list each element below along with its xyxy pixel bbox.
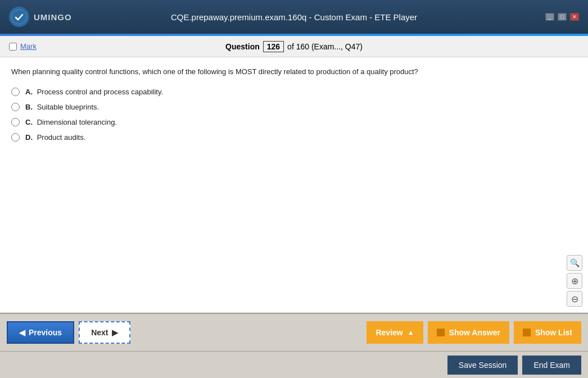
logo-icon [9,7,29,27]
option-item: C. Dimensional tolerancing. [11,118,577,126]
option-key: B. [25,103,33,111]
show-answer-icon [437,329,445,336]
option-key: C. [25,118,33,126]
question-header: Mark Question 126 of 160 (Exam..., Q47) [0,36,588,57]
show-answer-button[interactable]: Show Answer [428,321,509,344]
next-arrow-icon: ▶ [112,328,118,337]
review-button[interactable]: Review ▲ [367,321,423,344]
review-label: Review [376,328,402,337]
show-list-label: Show List [535,328,572,337]
option-key: D. [25,133,33,142]
save-session-button[interactable]: Save Session [447,356,518,375]
zoom-out-button[interactable]: ⊖ [567,291,582,307]
question-number: 126 [263,41,284,52]
option-item: D. Product audits. [11,133,577,142]
minimize-button[interactable]: _ [545,13,554,21]
window-controls: _ □ ✕ [545,13,579,21]
option-item: B. Suitable blueprints. [11,103,577,111]
title-bar: UMINGO CQE.prepaway.premium.exam.160q - … [0,0,588,34]
option-text: Process control and process capability. [37,88,163,96]
main-content: When planning quality control functions,… [0,57,588,313]
option-key: A. [25,88,33,96]
mark-section: Mark [9,42,37,51]
option-label: A. Process control and process capabilit… [25,88,163,96]
next-label: Next [91,328,108,337]
save-session-label: Save Session [459,361,507,370]
bottom-nav: ◀ Previous Next ▶ Review ▲ Show Answer S… [0,313,588,351]
option-item: A. Process control and process capabilit… [11,88,577,96]
review-caret-icon: ▲ [408,329,414,336]
mark-label[interactable]: Mark [20,42,37,51]
zoom-in-button[interactable]: ⊕ [567,273,582,289]
option-radio[interactable] [11,118,20,126]
previous-label: Previous [29,328,62,337]
end-exam-label: End Exam [533,361,570,370]
option-text: Suitable blueprints. [37,103,99,111]
maximize-button[interactable]: □ [558,13,567,21]
option-radio[interactable] [11,103,20,111]
action-bar: Save Session End Exam [0,351,588,378]
right-tools: 🔍 ⊕ ⊖ [567,255,582,307]
question-label: Question [225,42,260,51]
option-label: C. Dimensional tolerancing. [25,118,117,126]
option-label: D. Product audits. [25,133,85,142]
window-title: CQE.prepaway.premium.exam.160q - Custom … [171,12,417,22]
option-text: Dimensional tolerancing. [37,118,117,126]
show-answer-label: Show Answer [449,328,500,337]
question-of: of 160 (Exam..., Q47) [287,42,363,51]
end-exam-button[interactable]: End Exam [522,356,581,375]
logo-text: UMINGO [34,12,72,22]
next-button[interactable]: Next ▶ [79,321,130,344]
option-radio[interactable] [11,133,20,142]
option-text: Product audits. [37,133,86,142]
logo: UMINGO [9,7,72,27]
close-button[interactable]: ✕ [570,13,579,21]
show-list-button[interactable]: Show List [514,321,581,344]
question-text: When planning quality control functions,… [11,66,577,78]
previous-button[interactable]: ◀ Previous [7,321,74,344]
search-button[interactable]: 🔍 [567,255,582,271]
options-list: A. Process control and process capabilit… [11,88,577,142]
svg-point-0 [12,10,26,24]
option-label: B. Suitable blueprints. [25,103,99,111]
option-radio[interactable] [11,88,20,96]
mark-checkbox[interactable] [9,43,17,51]
prev-arrow-icon: ◀ [19,328,25,337]
question-navigation: Question 126 of 160 (Exam..., Q47) [225,41,363,52]
show-list-icon [523,329,531,336]
